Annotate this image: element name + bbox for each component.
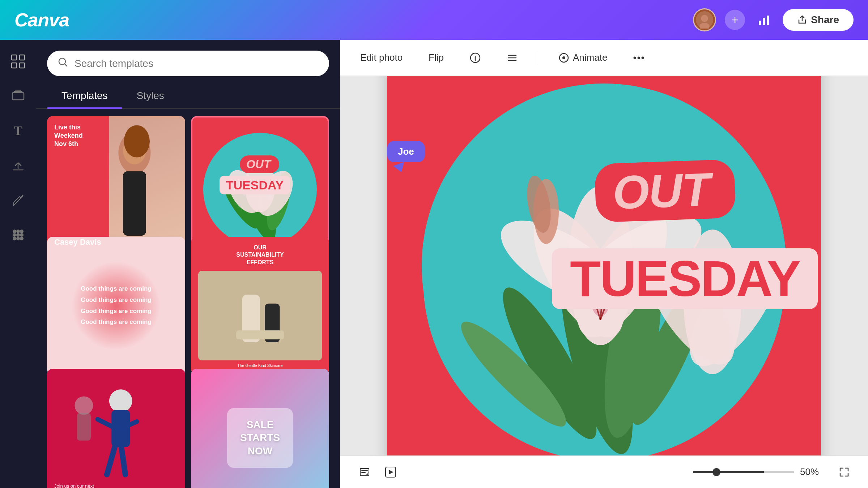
svg-point-1 (701, 15, 708, 22)
stats-button[interactable] (754, 10, 774, 30)
svg-point-16 (13, 233, 16, 237)
casey-name: Casey Davis (54, 237, 101, 247)
svg-rect-7 (12, 63, 17, 68)
sustainability-footer: The Gentle Kind Skincare (198, 363, 322, 368)
tabs-row: Templates Styles (36, 84, 340, 109)
svg-rect-8 (20, 55, 25, 60)
svg-point-14 (16, 230, 20, 233)
zoom-label: 50% (800, 466, 829, 478)
play-button[interactable] (380, 462, 401, 482)
bottom-bar: 50% (340, 455, 868, 488)
navbar: Canva + Share (0, 0, 868, 40)
left-panel: Templates Styles Live this Weekend Nov 6… (36, 40, 340, 488)
canva-logo[interactable]: Canva (14, 9, 69, 31)
more-button[interactable] (627, 53, 650, 63)
svg-point-43 (634, 56, 636, 59)
fullscreen-button[interactable] (835, 463, 854, 481)
share-button[interactable]: Share (783, 9, 854, 31)
svg-rect-5 (767, 16, 769, 25)
flip-button[interactable]: Flip (423, 48, 450, 67)
zoom-slider[interactable] (693, 471, 794, 473)
grid-icon[interactable] (7, 51, 29, 72)
svg-rect-9 (20, 63, 25, 68)
main-layout: T (0, 40, 868, 488)
toolbar-divider (538, 51, 538, 65)
templates-grid: Live this Weekend Nov 6th Casey Davis (36, 109, 340, 488)
svg-point-44 (638, 56, 640, 59)
navbar-right: + Share (693, 8, 854, 31)
edit-photo-button[interactable]: Edit photo (354, 48, 408, 67)
template-card-good-things[interactable]: Good things are comingGood things are co… (47, 237, 185, 375)
svg-point-36 (109, 390, 132, 413)
joe-arrow-icon (393, 162, 407, 174)
svg-point-20 (16, 237, 20, 240)
bottom-left-btns (354, 462, 401, 482)
joe-bubble: Joe (387, 141, 425, 162)
upload-icon[interactable] (7, 155, 29, 176)
text-icon[interactable]: T (7, 120, 29, 142)
good-things-text: Good things are comingGood things are co… (81, 283, 152, 328)
canvas-out-text: OUT (612, 163, 711, 219)
sustainability-title: OURSUSTAINABILITYEFFORTS (198, 244, 322, 266)
avatar[interactable] (693, 8, 716, 31)
canvas-area: Edit photo Flip Animate (340, 40, 868, 488)
search-input[interactable] (75, 58, 319, 69)
sale-text: SALESTARTSNOW (240, 418, 280, 458)
svg-rect-3 (759, 21, 761, 25)
template-card-tuesday[interactable]: OUT TUESDAY (191, 116, 329, 254)
animate-button[interactable]: Animate (553, 48, 613, 67)
canvas-workspace[interactable]: Joe (340, 76, 868, 455)
svg-point-15 (20, 230, 24, 233)
svg-point-26 (124, 125, 150, 157)
tab-templates[interactable]: Templates (47, 84, 122, 108)
search-icon (57, 56, 69, 70)
design-canvas[interactable]: OUT TUESDAY (387, 76, 821, 455)
info-button[interactable] (464, 49, 486, 67)
svg-rect-35 (236, 330, 284, 339)
layers-icon[interactable] (7, 85, 29, 107)
toolbar: Edit photo Flip Animate (340, 40, 868, 76)
template-card-run-club[interactable]: Join us on our next RUN CLUB! (47, 369, 185, 488)
template-card-sale[interactable]: SALESTARTSNOW (191, 369, 329, 488)
search-bar-container (36, 40, 340, 84)
canvas-tuesday-text: TUESDAY (570, 250, 800, 307)
apps-icon[interactable] (7, 224, 29, 246)
sidebar-icons: T (0, 40, 36, 488)
svg-point-17 (16, 233, 20, 237)
svg-rect-12 (15, 90, 21, 91)
svg-rect-24 (123, 171, 146, 236)
zoom-controls: 50% (693, 463, 854, 481)
align-button[interactable] (501, 49, 523, 67)
tab-styles[interactable]: Styles (122, 84, 179, 108)
search-bar (47, 51, 329, 76)
svg-point-21 (20, 237, 24, 240)
template-card-sustainability[interactable]: OURSUSTAINABILITYEFFORTS The Gentle Kind… (191, 237, 329, 375)
svg-rect-10 (12, 93, 24, 100)
template-card-casey[interactable]: Live this Weekend Nov 6th Casey Davis (47, 116, 185, 254)
notes-button[interactable] (354, 462, 375, 482)
svg-rect-39 (77, 413, 91, 441)
svg-point-38 (75, 397, 93, 415)
svg-point-45 (642, 56, 644, 59)
share-label: Share (811, 14, 839, 26)
animate-label: Animate (573, 52, 607, 63)
svg-point-19 (13, 237, 16, 240)
svg-point-13 (13, 230, 16, 233)
svg-rect-11 (14, 91, 22, 93)
add-button[interactable]: + (725, 10, 745, 30)
draw-icon[interactable] (7, 189, 29, 211)
svg-point-42 (562, 56, 565, 59)
svg-rect-4 (763, 18, 765, 25)
joe-cursor: Joe (387, 141, 425, 172)
svg-rect-6 (12, 55, 17, 60)
svg-point-18 (20, 233, 24, 237)
